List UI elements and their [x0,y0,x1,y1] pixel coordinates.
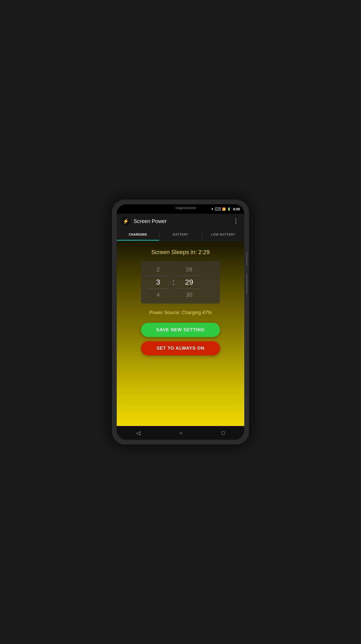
save-new-setting-button[interactable]: SAVE NEW SETTING [141,323,220,337]
hours-picker[interactable]: 2 3 4 [146,264,170,301]
power-source-label: Power Source: Charging 47% [149,310,212,315]
wifi-icon: ▼ [211,207,214,211]
app-title: Screen Power [134,218,232,224]
minutes-picker[interactable]: 28 29 30 [177,264,201,301]
phone-frame: ▼ LTE 📶 🔋 8:00 ⚡ Screen Power ⋮ CHARGING… [112,200,249,444]
hours-below: 4 [157,289,160,301]
volume-button [246,273,247,294]
hours-current: 3 [146,276,170,289]
menu-button[interactable]: ⋮ [232,217,240,226]
lte-icon: LTE [215,207,221,211]
status-icons: ▼ LTE 📶 🔋 8:00 [211,207,240,211]
tab-battery[interactable]: BATTERY [159,229,202,241]
app-logo: ⚡ [121,216,130,226]
back-button[interactable]: ◁ [132,428,144,438]
app-bar: ⚡ Screen Power ⋮ [117,214,244,229]
tab-low-battery[interactable]: LOW BATTERY [202,229,244,241]
sleep-timer-label: Screen Sleeps in: 2:29 [151,249,209,256]
phone-screen: ▼ LTE 📶 🔋 8:00 ⚡ Screen Power ⋮ CHARGING… [117,204,244,440]
minutes-current: 29 [177,276,201,289]
lightning-icon: ⚡ [123,218,129,224]
tab-charging[interactable]: CHARGING [117,229,159,241]
recents-button[interactable]: □ [217,428,229,438]
battery-icon: 🔋 [227,207,231,211]
minutes-below: 30 [186,289,192,301]
home-button[interactable]: ○ [175,428,187,438]
hours-above: 2 [157,264,160,276]
minutes-above: 28 [186,264,192,276]
speaker [175,207,196,209]
clock: 8:00 [233,207,240,211]
time-colon: : [173,278,175,286]
set-always-on-button[interactable]: SET TO ALWAYS ON [141,341,220,355]
signal-icon: 📶 [222,207,226,211]
power-button [246,252,247,265]
main-content: Screen Sleeps in: 2:29 2 3 4 : 28 29 30 … [117,241,244,426]
tab-bar: CHARGING BATTERY LOW BATTERY [117,229,244,241]
time-picker[interactable]: 2 3 4 : 28 29 30 [141,261,220,304]
nav-bar: ◁ ○ □ [117,426,244,440]
